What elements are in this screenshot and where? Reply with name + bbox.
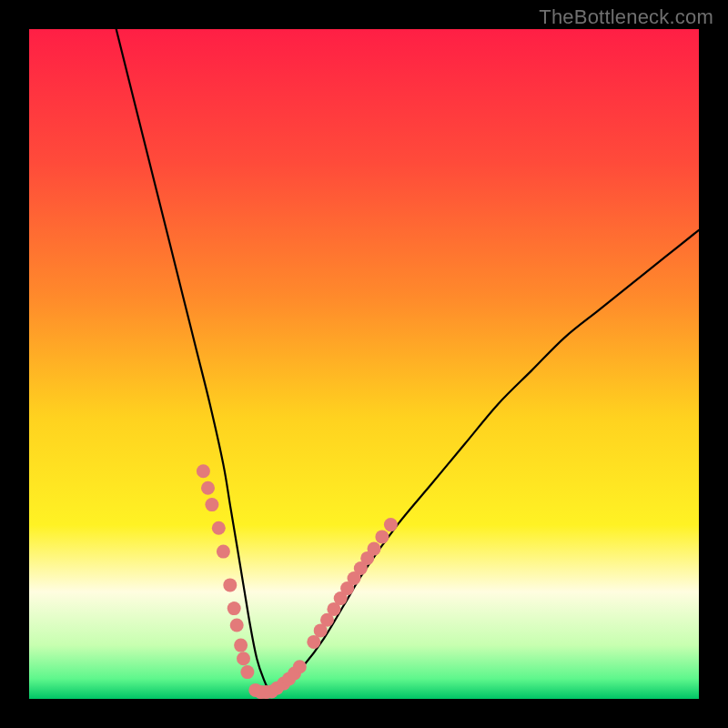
plot-area [29,29,699,699]
chart-frame: TheBottleneck.com [0,0,728,728]
highlight-dot [217,545,230,559]
curve-layer [29,29,699,699]
highlight-dot [240,665,254,679]
highlight-dot [197,464,210,478]
highlight-dot [230,619,244,632]
highlight-dot [384,518,398,531]
highlight-dot [375,530,389,543]
highlight-dot [368,542,381,556]
highlight-dot [223,578,237,592]
highlight-dots-right [307,518,398,649]
highlight-dot [293,660,307,673]
highlight-dot [307,635,320,649]
bottleneck-curve [116,29,699,693]
highlight-dot [212,521,226,535]
highlight-dot [228,602,241,615]
highlight-dots-bottom [248,660,307,699]
highlight-dot [205,498,218,511]
highlight-dots-left [197,464,255,679]
highlight-dot [237,652,250,665]
watermark-text: TheBottleneck.com [539,5,713,29]
highlight-dot [234,639,248,652]
highlight-dot [201,481,215,495]
